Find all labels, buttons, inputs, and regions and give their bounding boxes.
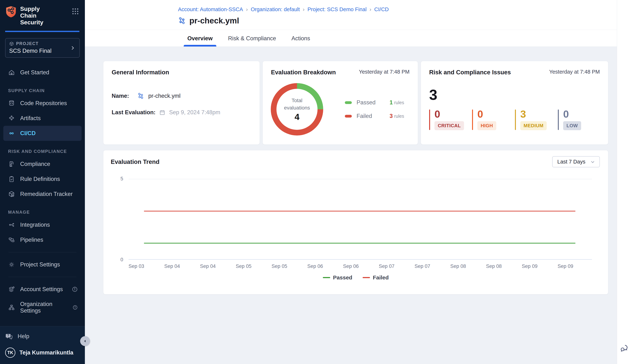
tab-actions[interactable]: Actions: [290, 35, 311, 46]
chat-support-icon[interactable]: [620, 344, 628, 353]
sidebar-item-artifacts[interactable]: Artifacts: [3, 111, 82, 126]
sidebar-item-remediation-tracker[interactable]: Remediation Tracker: [3, 186, 82, 202]
sidebar-item-compliance[interactable]: Compliance: [3, 156, 82, 172]
sidebar-item-label: Remediation Tracker: [20, 191, 73, 198]
card-title: Evaluation Trend: [111, 158, 159, 165]
name-row: Name: pr-check.yml: [103, 92, 260, 100]
sidebar-footer: ? Help TK Teja Kummarikuntla: [0, 326, 85, 364]
x-tick: Sep 09: [522, 264, 537, 269]
app-switcher-icon[interactable]: [71, 7, 79, 16]
svg-text:?: ?: [7, 334, 9, 337]
x-tick: Sep 03: [128, 264, 144, 269]
summary-cards-row: General Information Name: pr-check.yml L…: [103, 61, 631, 145]
supply-chain-security-logo: [5, 6, 17, 18]
gear-icon: [8, 261, 15, 268]
last-evaluation-value: Sep 9, 2024 7:48pm: [169, 109, 220, 116]
sidebar-item-pipelines[interactable]: Pipelines: [3, 232, 82, 247]
sidebar-item-label: Code Repositories: [20, 100, 67, 106]
chevron-down-icon: [590, 159, 595, 164]
critical-count: 0: [435, 110, 464, 119]
avatar: TK: [5, 348, 16, 358]
sidebar-item-cicd[interactable]: CI/CD: [3, 126, 82, 141]
critical-badge: CRITICAL: [435, 121, 464, 130]
name-label: Name:: [112, 93, 134, 99]
evaluation-breakdown-card: Evaluation Breakdown Yesterday at 7:48 P…: [263, 61, 418, 145]
pipelines-icon: [8, 236, 15, 243]
passed-legend-label: Passed: [333, 274, 352, 281]
sidebar-item-code-repositories[interactable]: Code Repositories: [3, 96, 82, 111]
legend-passed: Passed: [323, 274, 352, 281]
sidebar-item-get-started[interactable]: Get Started: [3, 65, 82, 80]
help-button[interactable]: ? Help: [5, 332, 79, 340]
clipboard-check-icon: [8, 176, 15, 182]
trend-line-chart: [128, 179, 592, 260]
artifacts-icon: [8, 115, 15, 122]
sidebar-nav: Get Started SUPPLY CHAIN Code Repositori…: [0, 65, 85, 318]
high-count: 0: [477, 110, 496, 119]
tab-risk-compliance[interactable]: Risk & Compliance: [227, 35, 277, 46]
sidebar-item-integrations[interactable]: Integrations: [3, 217, 82, 232]
breadcrumb: Account: Automation-SSCA › Organization:…: [178, 6, 631, 12]
sidebar-divider: [9, 277, 76, 277]
low-count: 0: [563, 110, 581, 119]
main-area: Account: Automation-SSCA › Organization:…: [85, 0, 631, 364]
breadcrumb-organization[interactable]: Organization: default: [251, 6, 300, 12]
donut-legend: Passed 1 rules Failed 3 rules: [345, 99, 404, 120]
tab-bar: Overview Risk & Compliance Actions: [85, 30, 631, 47]
total-issues-value: 3: [429, 88, 608, 102]
breadcrumb-cicd[interactable]: CI/CD: [374, 6, 389, 12]
info-icon[interactable]: [72, 286, 78, 292]
project-selector[interactable]: PROJECT SCS Demo Final: [5, 38, 80, 58]
calendar-icon: [159, 109, 165, 116]
card-title: General Information: [112, 69, 169, 76]
passed-swatch: [345, 101, 352, 104]
x-tick: Sep 07: [414, 264, 430, 269]
risk-compliance-issues-card: Risk and Compliance Issues Yesterday at …: [421, 61, 608, 145]
sidebar-header: Supply Chain Security: [0, 0, 85, 26]
breadcrumb-project[interactable]: Project: SCS Demo Final: [307, 6, 366, 12]
info-icon[interactable]: [72, 304, 78, 310]
sidebar-item-label: Get Started: [20, 69, 49, 76]
failed-line-swatch: [363, 277, 370, 278]
sidebar-item-label: Compliance: [20, 161, 50, 167]
donut-center-label: Total evaluations: [281, 97, 313, 112]
evaluations-donut-chart: Total evaluations 4: [271, 83, 323, 136]
card-title: Risk and Compliance Issues: [429, 69, 511, 76]
collapse-left-icon: [83, 339, 87, 343]
right-rail: [617, 0, 631, 364]
x-axis-ticks: Sep 03 Sep 04 Sep 04 Sep 05 Sep 05 Sep 0…: [128, 264, 573, 269]
section-manage: MANAGE: [3, 210, 82, 215]
severity-low: 0 LOW: [558, 110, 601, 130]
card-timestamp: Yesterday at 7:48 PM: [549, 69, 600, 75]
passed-unit: rules: [394, 100, 404, 105]
project-name: SCS Demo Final: [9, 48, 76, 54]
sidebar-item-rule-definitions[interactable]: Rule Definitions: [3, 172, 82, 186]
card-timestamp: Yesterday at 7:48 PM: [359, 69, 409, 75]
legend-failed: Failed: [363, 274, 389, 281]
sidebar-item-organization-settings[interactable]: Organization Settings: [3, 297, 82, 318]
medium-badge: MEDIUM: [520, 121, 547, 130]
x-tick: Sep 07: [379, 264, 394, 269]
user-menu[interactable]: TK Teja Kummarikuntla: [5, 348, 79, 358]
breadcrumb-account[interactable]: Account: Automation-SSCA: [178, 6, 243, 12]
donut-ring: Total evaluations 4: [271, 83, 323, 136]
y-axis-tick-5: 5: [112, 176, 123, 182]
sidebar-item-label: Project Settings: [20, 261, 60, 268]
severity-critical: 0 CRITICAL: [429, 110, 472, 130]
general-information-card: General Information Name: pr-check.yml L…: [103, 61, 260, 145]
failed-swatch: [345, 115, 352, 118]
code-repository-icon: [8, 100, 15, 107]
sidebar-item-label: Account Settings: [20, 286, 63, 292]
y-axis-tick-0: 0: [112, 257, 123, 262]
severity-bar: [472, 110, 473, 130]
last-evaluation-row: Last Evaluation: Sep 9, 2024 7:48pm: [103, 109, 260, 116]
date-range-dropdown[interactable]: Last 7 Days: [552, 156, 600, 167]
content: General Information Name: pr-check.yml L…: [85, 47, 631, 364]
sidebar-item-project-settings[interactable]: Project Settings: [3, 257, 82, 272]
tab-overview[interactable]: Overview: [186, 35, 214, 46]
page-title: pr-check.yml: [189, 16, 239, 25]
sidebar-collapse-button[interactable]: [80, 336, 90, 346]
sidebar-item-account-settings[interactable]: Account Settings: [3, 282, 82, 297]
help-chat-icon: ?: [5, 332, 13, 340]
card-title: Evaluation Breakdown: [271, 69, 336, 76]
